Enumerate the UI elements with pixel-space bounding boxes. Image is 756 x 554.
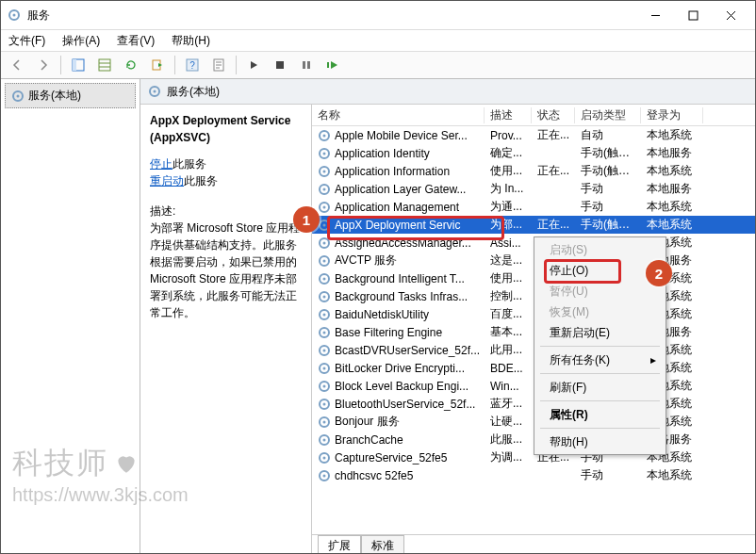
tree-root[interactable]: 服务(本地) [5,83,136,108]
menu-help[interactable]: 帮助(H) [170,33,212,49]
minimize-button[interactable] [636,2,674,28]
gear-icon [318,290,331,303]
gear-icon [318,219,331,232]
gear-icon [318,272,331,285]
gear-icon [148,85,161,98]
detail-tabs: 扩展 标准 [312,534,755,554]
svg-point-55 [323,456,326,459]
col-status[interactable]: 状态 [532,107,575,123]
col-startup[interactable]: 启动类型 [575,107,641,123]
svg-rect-5 [99,59,110,71]
gear-icon [318,344,331,357]
table-row[interactable]: chdhcsvc 52fe5手动本地系统 [312,466,755,484]
svg-point-37 [323,295,326,298]
context-menu: 启动(S)停止(O)暂停(U)恢复(M)重新启动(E)所有任务(K)▸刷新(F)… [534,236,666,455]
context-item[interactable]: 所有任务(K)▸ [536,350,664,370]
table-row[interactable]: Application Identity确定...手动(触发...本地服务 [312,144,755,162]
table-row[interactable]: AppX Deployment Servic为部...正在...手动(触发...… [312,216,755,234]
context-item[interactable]: 重新启动(E) [536,322,664,343]
svg-point-49 [323,402,326,405]
context-item[interactable]: 刷新(F) [536,377,664,398]
stop-link[interactable]: 停止 [150,157,173,171]
svg-text:?: ? [189,60,195,71]
breadcrumb: 服务(本地) [140,79,755,105]
gear-icon [318,254,331,268]
menu-view[interactable]: 查看(V) [115,33,156,49]
view-list-button[interactable] [92,54,117,76]
menu-action[interactable]: 操作(A) [60,33,102,49]
toolbar: ? [1,52,755,79]
desc-text: 为部署 Microsoft Store 应用程序提供基础结构支持。此服务根据需要… [150,220,302,321]
export-button[interactable] [145,54,170,76]
svg-point-1 [13,14,16,17]
svg-point-15 [17,94,20,97]
close-button[interactable] [712,2,749,28]
svg-point-47 [323,384,326,387]
view-details-button[interactable] [66,54,90,76]
menu-file[interactable]: 文件(F) [7,33,47,49]
svg-rect-13 [327,62,329,68]
context-item[interactable]: 停止(O) [536,260,664,281]
help-button[interactable]: ? [180,54,205,76]
gear-icon [318,362,331,375]
tab-standard[interactable]: 标准 [361,535,404,554]
gear-icon [318,416,331,429]
col-logon[interactable]: 登录为 [641,107,703,123]
services-window: 服务 文件(F) 操作(A) 查看(V) 帮助(H) ? 服务(本地) [0,0,756,554]
table-row[interactable]: Application Management为通...手动本地系统 [312,198,755,216]
maximize-button[interactable] [674,2,712,28]
svg-point-53 [323,438,326,441]
svg-point-51 [323,420,326,423]
breadcrumb-label: 服务(本地) [167,84,220,100]
context-item: 恢复(M) [536,301,664,322]
svg-point-39 [323,313,326,316]
tab-extended[interactable]: 扩展 [318,535,361,554]
svg-point-23 [323,170,326,172]
svg-point-41 [323,331,326,334]
nav-back-button[interactable] [5,54,29,76]
table-row[interactable]: Application Layer Gatew...为 In...手动本地服务 [312,180,755,198]
svg-rect-2 [689,11,698,20]
table-row[interactable]: Apple Mobile Device Ser...Prov...正在...自动… [312,126,755,144]
context-item: 暂停(U) [536,281,664,301]
separator [60,56,61,74]
column-headers[interactable]: 名称 描述 状态 启动类型 登录为 [312,105,755,126]
properties-button[interactable] [206,54,231,76]
restart-link[interactable]: 重启动 [150,174,184,187]
refresh-button[interactable] [119,54,143,76]
gear-icon [318,165,331,178]
svg-point-35 [323,277,326,280]
app-icon [7,8,22,23]
gear-icon [318,236,331,250]
svg-point-21 [323,152,326,155]
svg-point-43 [323,349,326,351]
col-name[interactable]: 名称 [312,107,485,123]
gear-icon [318,147,331,160]
gear-icon [318,326,331,339]
gear-icon [11,90,25,103]
menubar: 文件(F) 操作(A) 查看(V) 帮助(H) [1,30,755,52]
svg-point-27 [323,205,326,208]
nav-fwd-button[interactable] [31,54,56,76]
titlebar: 服务 [1,1,755,30]
selected-service-name: AppX Deployment Service (AppXSVC) [150,112,302,146]
context-item[interactable]: 帮助(H) [536,432,664,452]
svg-point-25 [323,187,326,190]
col-desc[interactable]: 描述 [485,107,532,123]
gear-icon [318,398,331,411]
media-stop-button[interactable] [268,54,292,76]
media-start-button[interactable] [241,54,266,76]
context-item[interactable]: 属性(R) [536,404,664,425]
separator [236,56,237,74]
gear-icon [318,308,331,321]
gear-icon [318,380,331,393]
context-item: 启动(S) [536,239,664,260]
svg-point-45 [323,367,326,369]
table-row[interactable]: Application Information使用...正在...手动(触发..… [312,162,755,180]
media-restart-button[interactable] [320,54,345,76]
tree-root-label: 服务(本地) [28,88,81,104]
media-pause-button[interactable] [294,54,319,76]
svg-point-57 [323,474,326,477]
gear-icon [318,201,331,214]
tree-pane: 服务(本地) [1,79,140,554]
